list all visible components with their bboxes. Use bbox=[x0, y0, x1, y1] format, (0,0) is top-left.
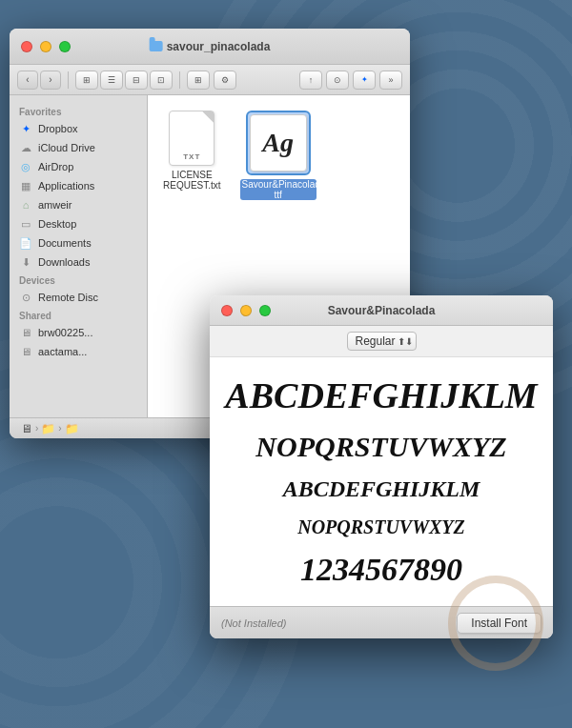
downloads-icon: ⬇ bbox=[19, 255, 32, 269]
toolbar-separator bbox=[68, 71, 69, 89]
column-view-button[interactable]: ⊟ bbox=[125, 71, 148, 90]
airdrop-icon: ◎ bbox=[19, 160, 32, 173]
sidebar-item-dropbox-label: Dropbox bbox=[38, 123, 78, 134]
forward-button[interactable]: › bbox=[40, 71, 61, 90]
icloud-icon: ☁ bbox=[19, 141, 32, 154]
folder-icon bbox=[150, 41, 163, 51]
sidebar-item-remote-disc[interactable]: ⊙ Remote Disc bbox=[10, 288, 147, 307]
font-file-icon-wrapper: Ag bbox=[246, 111, 311, 175]
font-preview-window: Savour&Pinacolada Regular ⬆⬇ ABCDEFGHIJK… bbox=[210, 295, 553, 638]
sidebar-item-aactama[interactable]: 🖥 aactama... bbox=[10, 342, 147, 361]
sidebar-item-airdrop[interactable]: ◎ AirDrop bbox=[10, 157, 147, 176]
sidebar-item-documents-label: Documents bbox=[38, 237, 92, 249]
path-icons: 🖥 › 📁 › 📁 bbox=[10, 422, 79, 435]
license-file[interactable]: TXT LICENSEREQUEST.txt bbox=[163, 111, 221, 191]
devices-label: Devices bbox=[10, 272, 147, 288]
font-file[interactable]: Ag Savour&Pinacolada.ttf bbox=[240, 111, 317, 200]
font-controls: Regular ⬆⬇ bbox=[210, 326, 553, 357]
style-select-wrapper: Regular ⬆⬇ bbox=[347, 332, 417, 351]
font-window-title: Savour&Pinacolada bbox=[328, 304, 436, 317]
shared-icon-1: 🖥 bbox=[19, 326, 32, 339]
finder-titlebar: savour_pinacolada bbox=[10, 29, 410, 65]
font-filename: Savour&Pinacolada.ttf bbox=[240, 179, 317, 200]
window-title: savour_pinacolada bbox=[150, 40, 271, 53]
icon-view-button[interactable]: ⊞ bbox=[75, 71, 98, 90]
nav-arrows: ‹ › bbox=[17, 71, 61, 90]
style-select[interactable]: Regular bbox=[347, 332, 417, 351]
sidebar-item-desktop-label: Desktop bbox=[38, 218, 76, 230]
dropbox-button[interactable]: ✦ bbox=[353, 71, 376, 90]
shared-icon-2: 🖥 bbox=[19, 345, 32, 358]
font-maximize-button[interactable] bbox=[259, 305, 271, 316]
list-view-button[interactable]: ☰ bbox=[100, 71, 123, 90]
user-icon: ⌂ bbox=[19, 198, 32, 212]
sidebar-item-remote-disc-label: Remote Disc bbox=[38, 292, 98, 303]
font-line-4: NOPQRSTUVWXYZ bbox=[225, 516, 538, 537]
close-button[interactable] bbox=[21, 41, 32, 52]
back-button[interactable]: ‹ bbox=[17, 71, 38, 90]
font-line-5: 1234567890 bbox=[225, 552, 538, 587]
sidebar-item-downloads-label: Downloads bbox=[38, 256, 90, 268]
finder-sidebar: Favorites ✦ Dropbox ☁ iCloud Drive ◎ Air… bbox=[10, 95, 148, 417]
finder-toolbar: ‹ › ⊞ ☰ ⊟ ⊡ ⊞ ⚙ ↑ ⊙ ✦ » bbox=[10, 65, 410, 95]
sidebar-item-applications-label: Applications bbox=[38, 180, 94, 192]
install-font-button[interactable]: Install Font bbox=[457, 613, 541, 634]
sidebar-item-user-label: amweir bbox=[38, 199, 72, 211]
font-line-2: NOPQRSTUVWXYZ bbox=[225, 431, 538, 462]
sidebar-item-dropbox[interactable]: ✦ Dropbox bbox=[10, 119, 147, 138]
favorites-label: Favorites bbox=[10, 103, 147, 119]
font-preview-area: ABCDEFGHIJKLM NOPQRSTUVWXYZ ABCDEFGHIJKL… bbox=[210, 357, 553, 606]
minimize-button[interactable] bbox=[40, 41, 51, 52]
arrange-button[interactable]: ⊞ bbox=[187, 71, 210, 90]
cover-view-button[interactable]: ⊡ bbox=[150, 71, 173, 90]
sidebar-item-desktop[interactable]: ▭ Desktop bbox=[10, 214, 147, 233]
tag-button[interactable]: ⊙ bbox=[326, 71, 349, 90]
sidebar-item-downloads[interactable]: ⬇ Downloads bbox=[10, 253, 147, 272]
txt-label: TXT bbox=[183, 152, 200, 161]
dropbox-icon: ✦ bbox=[19, 122, 32, 135]
sidebar-item-documents[interactable]: 📄 Documents bbox=[10, 233, 147, 253]
desktop-icon: ▭ bbox=[19, 217, 32, 231]
font-preview-thumbnail: Ag bbox=[250, 114, 307, 172]
shared-label: Shared bbox=[10, 307, 147, 323]
view-buttons: ⊞ ☰ ⊟ ⊡ bbox=[75, 71, 173, 90]
sidebar-item-icloud-label: iCloud Drive bbox=[38, 142, 95, 153]
font-titlebar: Savour&Pinacolada bbox=[210, 295, 553, 326]
maximize-button[interactable] bbox=[59, 41, 71, 52]
action-button[interactable]: ⚙ bbox=[214, 71, 236, 90]
sidebar-item-icloud[interactable]: ☁ iCloud Drive bbox=[10, 138, 147, 157]
font-line-1: ABCDEFGHIJKLM bbox=[225, 376, 538, 416]
sidebar-item-brw[interactable]: 🖥 brw00225... bbox=[10, 323, 147, 342]
font-footer: (Not Installed) Install Font bbox=[210, 606, 553, 638]
toolbar-separator-2 bbox=[179, 71, 180, 89]
sidebar-item-user[interactable]: ⌂ amweir bbox=[10, 195, 147, 214]
font-line-3: ABCDEFGHIJKLM bbox=[225, 476, 538, 501]
not-installed-label: (Not Installed) bbox=[221, 617, 286, 629]
license-filename: LICENSEREQUEST.txt bbox=[163, 170, 221, 191]
sidebar-item-brw-label: brw00225... bbox=[38, 327, 92, 338]
font-minimize-button[interactable] bbox=[240, 305, 252, 316]
disc-icon: ⊙ bbox=[19, 291, 32, 304]
font-close-button[interactable] bbox=[221, 305, 233, 316]
more-button[interactable]: » bbox=[379, 71, 402, 90]
sidebar-item-airdrop-label: AirDrop bbox=[38, 161, 73, 172]
txt-file-icon: TXT bbox=[169, 111, 214, 166]
sidebar-item-applications[interactable]: ▦ Applications bbox=[10, 176, 147, 195]
share-button[interactable]: ↑ bbox=[299, 71, 322, 90]
documents-icon: 📄 bbox=[19, 236, 32, 250]
applications-icon: ▦ bbox=[19, 179, 32, 192]
sidebar-item-aactama-label: aactama... bbox=[38, 346, 87, 357]
